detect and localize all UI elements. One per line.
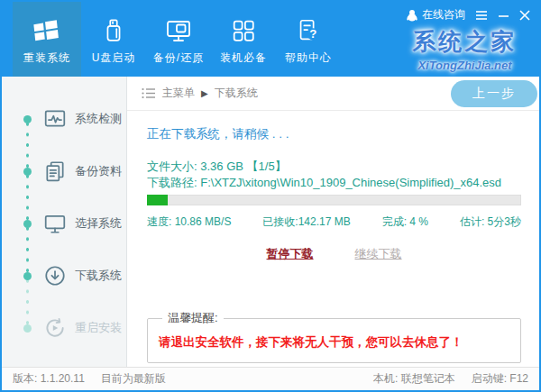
resume-download-link[interactable]: 继续下载 bbox=[355, 246, 402, 262]
nav-tab-usb-boot[interactable]: U盘启动 bbox=[81, 2, 146, 77]
menu-icon[interactable] bbox=[475, 10, 488, 21]
sidebar-item-restart-install[interactable]: 重启安装 bbox=[2, 302, 126, 354]
download-stats: 速度: 10.86 MB/S 已接收:142.17 MB 完成: 4 % 估计:… bbox=[147, 214, 521, 230]
reminder-legend: 温馨提醒: bbox=[162, 310, 224, 326]
logo-subtitle: XiTongZhiJia.net bbox=[399, 59, 530, 72]
system-check-icon bbox=[43, 107, 67, 131]
download-path-value: F:\XTZJ\xitong\Win10_1909_Chinese(Simpli… bbox=[200, 176, 501, 189]
nav-tab-essential-apps[interactable]: 装机必备 bbox=[211, 2, 276, 77]
app-logo: 系统之家 XiTongZhiJia.net bbox=[399, 26, 530, 72]
nav-tab-help-center[interactable]: ? 帮助中心 bbox=[276, 2, 341, 77]
timeline-dot bbox=[23, 115, 32, 123]
file-size-line: 文件大小: 3.36 GB 【1/5】 bbox=[147, 159, 521, 175]
nav-tab-label: 重装系统 bbox=[23, 50, 70, 66]
timeline-dot bbox=[23, 324, 32, 333]
timeline-dot bbox=[23, 272, 32, 280]
select-system-icon bbox=[43, 212, 67, 235]
nav-tab-backup-restore[interactable]: 备份/还原 bbox=[146, 2, 211, 77]
nav-tab-label: 装机必备 bbox=[220, 50, 267, 66]
timeline-dot bbox=[23, 220, 32, 228]
file-size-value: 3.36 GB 【1/5】 bbox=[200, 160, 286, 173]
sidebar-item-label: 下载系统 bbox=[75, 268, 122, 284]
backup-data-icon bbox=[43, 160, 67, 183]
backup-restore-icon bbox=[164, 14, 193, 48]
sidebar-item-select-system[interactable]: 选择系统 bbox=[2, 197, 126, 250]
reminder-message: 请退出安全软件，接下来将无人干预，您可以去休息了！ bbox=[159, 334, 509, 351]
breadcrumb-bar: 主菜单 ▶ 下载系统 上一步 bbox=[127, 77, 539, 111]
version-status-text: 目前为最新版 bbox=[101, 371, 166, 387]
restart-install-icon bbox=[43, 316, 67, 340]
breadcrumb-separator-icon: ▶ bbox=[201, 88, 208, 98]
version-text: 版本: 1.1.20.11 bbox=[13, 371, 85, 387]
boot-key-text: 启动键: F12 bbox=[472, 371, 528, 387]
stat-eta: 估计: 5分3秒 bbox=[460, 214, 521, 230]
svg-text:?: ? bbox=[309, 27, 316, 41]
breadcrumb-root[interactable]: 主菜单 bbox=[162, 86, 195, 101]
status-bar: 版本: 1.1.20.11 目前为最新版 本机: 联想笔记本 启动键: F12 bbox=[2, 367, 539, 390]
nav-tab-label: U盘启动 bbox=[92, 50, 136, 66]
stat-speed: 速度: 10.86 MB/S bbox=[147, 214, 231, 230]
sidebar-item-label: 重启安装 bbox=[75, 320, 122, 336]
sidebar-item-label: 备份资料 bbox=[75, 163, 122, 179]
pause-download-link[interactable]: 暂停下载 bbox=[267, 246, 314, 262]
nav-tab-label: 帮助中心 bbox=[285, 50, 332, 66]
file-size-label: 文件大小: bbox=[147, 160, 197, 173]
sidebar-item-download-system[interactable]: 下载系统 bbox=[2, 250, 126, 302]
online-service-label: 在线咨询 bbox=[422, 7, 465, 23]
main-nav: 重装系统 U盘启动 bbox=[13, 2, 341, 77]
back-button[interactable]: 上一步 bbox=[451, 80, 537, 107]
header: 重装系统 U盘启动 bbox=[2, 2, 539, 77]
download-actions: 暂停下载 继续下载 bbox=[147, 246, 521, 262]
help-center-icon: ? bbox=[295, 14, 322, 48]
steps-sidebar: 系统检测 备份资料 bbox=[2, 77, 127, 367]
file-info: 文件大小: 3.36 GB 【1/5】 下载路径: F:\XTZJ\xitong… bbox=[147, 159, 521, 191]
reminder-box: 温馨提醒: 请退出安全软件，接下来将无人干预，您可以去休息了！ bbox=[147, 310, 521, 363]
app-window: 重装系统 U盘启动 bbox=[0, 0, 541, 392]
apps-grid-icon bbox=[230, 14, 257, 48]
close-icon[interactable] bbox=[519, 10, 530, 21]
usb-drive-icon bbox=[100, 14, 127, 48]
breadcrumb: 主菜单 ▶ 下载系统 bbox=[142, 86, 258, 101]
windows-logo-icon bbox=[31, 14, 63, 48]
download-progress-bar bbox=[147, 195, 521, 205]
machine-text: 本机: 联想笔记本 bbox=[373, 371, 455, 387]
download-path-label: 下载路径: bbox=[147, 176, 197, 189]
logo-title: 系统之家 bbox=[399, 26, 530, 58]
nav-tab-label: 备份/还原 bbox=[153, 50, 204, 66]
stat-completed: 完成: 4 % bbox=[382, 214, 428, 230]
timeline-dot bbox=[23, 168, 32, 176]
stat-received: 已接收:142.17 MB bbox=[262, 214, 350, 230]
sidebar-item-label: 系统检测 bbox=[75, 111, 122, 127]
nav-tab-reinstall-system[interactable]: 重装系统 bbox=[13, 2, 81, 77]
minimize-icon[interactable] bbox=[498, 10, 509, 21]
progress-fill bbox=[147, 195, 168, 205]
titlebar-controls: 在线咨询 bbox=[406, 7, 530, 23]
online-service-button[interactable]: 在线咨询 bbox=[406, 7, 465, 23]
download-status-text: 正在下载系统，请稍候 . . . bbox=[147, 126, 521, 142]
main-content: 主菜单 ▶ 下载系统 上一步 正在下载系统，请稍候 . . . 文件大小: 3.… bbox=[127, 77, 539, 367]
sidebar-item-system-check[interactable]: 系统检测 bbox=[2, 93, 126, 145]
list-icon bbox=[142, 87, 156, 99]
qq-penguin-icon bbox=[406, 9, 418, 22]
download-system-icon bbox=[43, 264, 67, 287]
breadcrumb-current: 下载系统 bbox=[215, 86, 258, 101]
sidebar-item-label: 选择系统 bbox=[75, 215, 122, 232]
download-path-line: 下载路径: F:\XTZJ\xitong\Win10_1909_Chinese(… bbox=[147, 175, 521, 191]
sidebar-item-backup-data[interactable]: 备份资料 bbox=[2, 145, 126, 197]
